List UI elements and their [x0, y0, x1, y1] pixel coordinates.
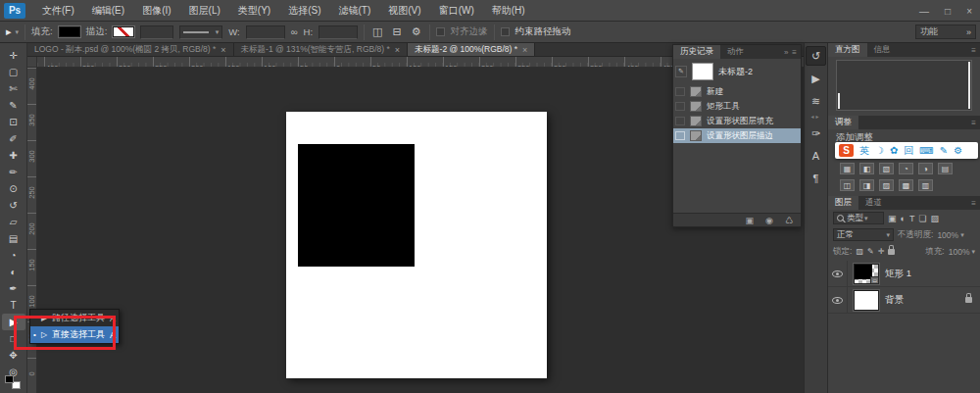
tool-presets-panel-icon[interactable]: ✑ [806, 123, 826, 143]
align-edges-checkbox[interactable] [436, 27, 445, 36]
collapse-panel-icon[interactable]: » [784, 48, 788, 57]
ime-punctuation-icon[interactable]: ☽ [875, 146, 884, 156]
constrain-path-checkbox[interactable] [501, 27, 510, 36]
filter-type-layers-icon[interactable]: T [909, 214, 915, 223]
new-doc-from-state-icon[interactable]: ▣ [746, 216, 755, 225]
layer-filter-select[interactable]: 类型 ▾ [833, 212, 884, 224]
adjustment-icon[interactable]: ◫ [840, 179, 855, 191]
tab-info[interactable]: 信息 [867, 43, 898, 57]
layer-name[interactable]: 矩形 1 [885, 268, 911, 280]
adjustment-icon[interactable]: ◑ [918, 163, 933, 174]
brush-tool[interactable]: ✏ [2, 164, 25, 180]
lock-position-icon[interactable]: ✛ [878, 247, 885, 256]
crop-tool[interactable]: ⊡ [2, 114, 25, 130]
quick-selection-tool[interactable]: ✎ [2, 97, 25, 114]
layer-visibility-eye-icon[interactable] [832, 270, 843, 277]
eyedropper-tool[interactable]: ✐ [2, 130, 25, 147]
character-panel-icon[interactable]: A [806, 146, 826, 166]
tab-adjustments[interactable]: 调整 [828, 116, 858, 129]
path-alignment-button[interactable]: ⊟ [390, 25, 403, 38]
document-canvas[interactable] [286, 112, 547, 378]
lasso-tool[interactable]: ✄ [2, 80, 25, 97]
foreground-background-swatches[interactable] [5, 375, 21, 389]
lock-transparent-pixels-icon[interactable]: ▨ [856, 247, 863, 256]
stroke-type-select[interactable]: ▾ [179, 25, 222, 39]
close-button[interactable]: × [966, 6, 972, 17]
brush-presets-panel-icon[interactable]: ≋ [806, 91, 826, 111]
panel-menu-icon[interactable]: ≡ [971, 119, 976, 127]
layer-thumbnail[interactable] [854, 290, 879, 311]
type-tool[interactable]: T [2, 297, 25, 314]
filter-smart-objects-icon[interactable]: ▨ [931, 214, 940, 223]
foreground-color-swatch[interactable] [5, 375, 14, 383]
history-snapshot-row[interactable]: ✎ 未标题-2 [673, 59, 801, 84]
adjustment-icon[interactable]: ◧ [859, 163, 874, 174]
minimize-button[interactable]: — [919, 6, 929, 17]
sogou-logo-icon[interactable]: S [839, 144, 854, 157]
lock-image-pixels-icon[interactable]: ✎ [867, 247, 874, 256]
restore-button[interactable]: □ [945, 6, 951, 17]
stroke-swatch[interactable] [113, 26, 134, 37]
lock-all-icon[interactable] [888, 249, 895, 255]
move-tool[interactable]: ✛ [2, 47, 25, 64]
filter-adjustment-layers-icon[interactable]: ◐ [901, 214, 906, 223]
healing-brush-tool[interactable]: ✚ [2, 147, 25, 164]
height-input[interactable] [318, 25, 358, 39]
filter-pixel-layers-icon[interactable]: ▣ [888, 214, 897, 223]
ime-handwriting-icon[interactable]: ✎ [940, 146, 948, 156]
tab-channels[interactable]: 通道 [858, 196, 889, 210]
ime-fullwidth-icon[interactable]: 回 [904, 146, 913, 156]
dock-splitter[interactable]: ◂▸ [805, 113, 827, 121]
opacity-value[interactable]: 100% [937, 230, 958, 240]
adjustment-icon[interactable]: ▤ [938, 163, 953, 174]
actions-panel-icon[interactable]: ▶ [806, 69, 826, 88]
menu-window[interactable]: 窗口(W) [430, 0, 483, 22]
blend-mode-select[interactable]: 正常 ▾ [833, 228, 894, 241]
path-selection-tool[interactable]: ▶ [2, 314, 25, 330]
eraser-tool[interactable]: ▱ [2, 214, 25, 230]
ime-emoji-icon[interactable]: ✿ [890, 146, 898, 156]
menu-select[interactable]: 选择(S) [279, 0, 329, 22]
layer-thumbnail[interactable]: ▭ [854, 264, 879, 284]
adjustment-icon[interactable]: ◔ [899, 163, 913, 174]
filter-shape-layers-icon[interactable]: ❏ [918, 214, 926, 223]
history-entry[interactable]: 设置形状图层填充 [673, 114, 801, 128]
stroke-width-input[interactable] [140, 25, 173, 39]
path-operations-button[interactable]: ◫ [370, 25, 384, 38]
panel-menu-icon[interactable]: ≡ [792, 48, 797, 57]
close-icon[interactable]: × [395, 45, 400, 55]
menu-type[interactable]: 类型(Y) [229, 0, 279, 22]
rectangle-tool[interactable]: □ [2, 330, 25, 347]
document-tab-1[interactable]: LOGO - 副本.psd @ 100%(椭圆 2 拷贝, RGB/8) * × [27, 43, 234, 56]
layer-row-background[interactable]: 背景 [828, 287, 980, 314]
adjustment-icon[interactable]: ▨ [879, 179, 894, 191]
layer-row-rectangle-1[interactable]: ▭ 矩形 1 [828, 261, 980, 287]
close-icon[interactable]: × [522, 45, 527, 55]
tab-history[interactable]: 历史记录 [673, 45, 720, 59]
layer-visibility-eye-icon[interactable] [832, 297, 843, 304]
menu-view[interactable]: 视图(V) [379, 0, 429, 22]
menu-filter[interactable]: 滤镜(T) [330, 0, 380, 22]
history-source-toggle[interactable]: ✎ [675, 66, 687, 77]
delete-state-icon[interactable]: ♺ [785, 216, 793, 225]
history-brush-tool[interactable]: ↺ [2, 197, 25, 214]
menu-image[interactable]: 图像(I) [133, 0, 179, 22]
width-input[interactable] [246, 25, 285, 39]
adjustment-icon[interactable]: ◨ [859, 179, 874, 191]
fill-value[interactable]: 100% [949, 247, 970, 257]
ime-settings-icon[interactable]: ⚙ [954, 146, 962, 156]
gradient-tool[interactable]: ▤ [2, 230, 25, 247]
ime-keyboard-icon[interactable]: ⌨ [919, 146, 933, 156]
pen-tool[interactable]: ✒ [2, 280, 25, 297]
new-snapshot-icon[interactable]: ◉ [765, 216, 773, 225]
paragraph-panel-icon[interactable]: ¶ [806, 169, 826, 188]
ime-lang-toggle-icon[interactable]: 英 [859, 146, 869, 156]
adjustment-icon[interactable]: ▦ [840, 163, 855, 174]
layer-name[interactable]: 背景 [885, 294, 904, 307]
tab-histogram[interactable]: 直方图 [828, 43, 867, 57]
document-tab-3-active[interactable]: 未标题-2 @ 100%(RGB/8) * × [408, 43, 535, 56]
tab-layers[interactable]: 图层 [828, 196, 858, 210]
flyout-item-direct-selection[interactable]: • ▷ 直接选择工具 A [30, 326, 119, 343]
clone-stamp-tool[interactable]: ⊙ [2, 180, 25, 197]
menu-file[interactable]: 文件(F) [33, 0, 83, 22]
